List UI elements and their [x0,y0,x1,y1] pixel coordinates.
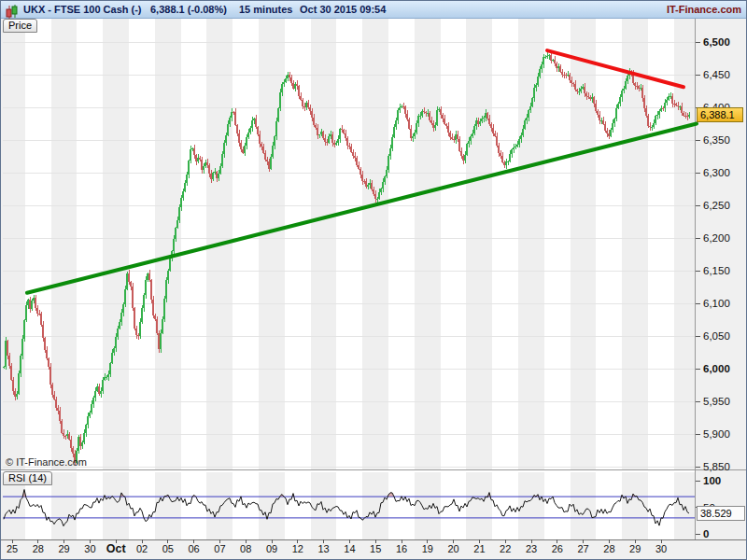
x-axis-label: 14 [344,543,355,554]
x-axis-label: 07 [214,543,225,554]
time-axis: 25282930Oct02050607080912131415161920212… [1,539,747,560]
x-axis-label: 29 [629,543,641,554]
brand-link[interactable]: IT-Finance.com [667,4,741,15]
x-axis-label: 21 [473,543,485,554]
x-axis-label: 09 [266,543,277,554]
x-axis-label: 29 [58,543,69,554]
x-axis-label: 19 [422,543,433,554]
x-axis-label: 28 [33,543,44,554]
x-axis-label: 20 [447,543,458,554]
datetime-label: Oct 30 2015 09:54 [300,4,386,15]
x-axis-label: Oct [106,542,127,555]
y-axis-label: 6,350 [703,134,730,146]
interval-label: 15 minutes [239,4,292,15]
y-axis-label: 6,500 [703,36,730,48]
last-price-change: 6,388.1 (-0.08%) [150,4,227,15]
rsi-value-flag: 38.529 [697,506,745,521]
instrument-title: UKX - FTSE 100 Cash (-) [23,4,142,15]
price-chart-canvas[interactable]: 6,5006,4506,4006,3506,3006,2506,2006,150… [1,1,747,560]
x-axis-label: 06 [188,543,199,554]
x-axis-label: 23 [526,543,537,554]
tab-rsi[interactable]: RSI (14) [3,471,52,485]
x-axis-label: 08 [240,543,251,554]
x-axis-label: 28 [603,543,614,554]
y-axis-label: 6,150 [703,265,730,276]
y-axis-label: 6,300 [703,167,730,178]
trendline-resistance[interactable] [547,50,684,87]
y-axis-label: 6,000 [703,363,730,374]
y-axis-label: 6,450 [703,69,730,80]
x-axis-label: 15 [370,543,381,554]
x-axis-label: 26 [552,543,563,554]
x-axis-label: 22 [500,543,511,554]
x-axis-label: 30 [655,543,667,554]
day-bands [1,19,700,539]
x-axis-label: 16 [396,543,407,554]
x-axis-label: 05 [162,543,174,554]
y-axis-label: 6,250 [703,200,730,211]
x-axis-label: 30 [84,543,95,554]
x-axis-label: 27 [577,543,588,554]
copyright-watermark: © IT-Finance.com [6,456,87,468]
y-axis-label: 6,100 [703,298,730,309]
x-axis-label: 12 [292,543,303,554]
chart-window: UKX - FTSE 100 Cash (-) 6,388.1 (-0.08%)… [0,0,747,560]
titlebar: UKX - FTSE 100 Cash (-) 6,388.1 (-0.08%)… [1,1,746,19]
x-axis-label: 02 [136,543,148,554]
rsi-axis-label: 100 [703,475,721,486]
y-axis-label: 6,200 [703,232,730,244]
y-axis-label: 5,900 [703,428,730,440]
y-axis-label: 6,050 [703,330,730,342]
y-axis-label: 5,850 [703,461,730,472]
tab-price[interactable]: Price [3,19,37,33]
rsi-axis-label: 0 [703,528,709,539]
x-axis-label: 25 [7,543,18,554]
y-axis-label: 5,950 [703,396,730,407]
x-axis-label: 13 [317,543,329,554]
last-price-flag: 6,388.1 [697,107,743,122]
